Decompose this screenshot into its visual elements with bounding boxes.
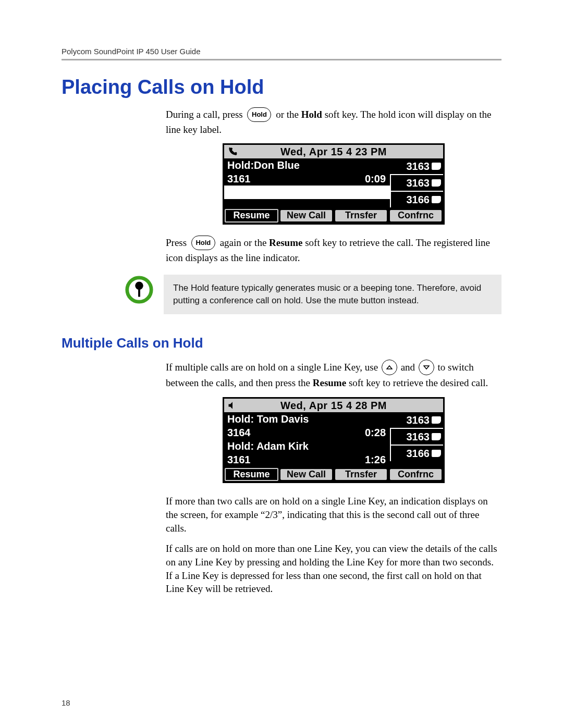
page: Polycom SoundPoint IP 450 User Guide Pla… xyxy=(0,0,563,728)
bold-resume: Resume xyxy=(269,237,302,248)
phone-screen: Wed, Apr 15 4 28 PM Hold: Tom Davis 3164… xyxy=(223,397,445,484)
screen-left: Hold:Don Blue 3161 0:09 xyxy=(224,158,390,207)
bold-hold: Hold xyxy=(301,109,322,120)
handset-icon xyxy=(227,146,238,157)
hold-key-icon: Hold xyxy=(191,236,215,250)
row-left: 3164 xyxy=(227,427,251,438)
page-number: 18 xyxy=(62,698,70,707)
phone-screen: Wed, Apr 15 4 23 PM Hold:Don Blue 3161 0… xyxy=(223,143,445,225)
section-title: Placing Calls on Hold xyxy=(62,76,501,98)
row-left: Hold: Tom Davis xyxy=(227,413,309,425)
softkey-confrnc: Confrnc xyxy=(390,469,442,480)
screen-datetime: Wed, Apr 15 4 28 PM xyxy=(238,400,430,411)
text: Press xyxy=(166,237,189,248)
phone-icon xyxy=(432,179,441,187)
paragraph-multi-2: If more than two calls are on hold on a … xyxy=(166,495,501,535)
softkey-newcall: New Call xyxy=(280,469,332,480)
row-left: 3161 xyxy=(227,173,251,184)
mute-icon xyxy=(227,400,238,411)
softkey-transfer: Trnsfer xyxy=(335,210,387,221)
screen-row: Hold:Don Blue xyxy=(224,158,390,172)
phone-screenshot-1: Wed, Apr 15 4 23 PM Hold:Don Blue 3161 0… xyxy=(166,143,501,225)
screen-row: 3164 0:28 xyxy=(224,426,390,439)
phone-icon xyxy=(432,433,441,440)
softkey-newcall: New Call xyxy=(280,210,332,221)
line-key: 3163 xyxy=(390,428,443,445)
text: During a call, press xyxy=(166,109,245,120)
doc-header: Polycom SoundPoint IP 450 User Guide xyxy=(62,47,501,56)
subsection-body: If multiple calls are on hold on a singl… xyxy=(166,361,501,596)
text: soft key to retrieve the desired call. xyxy=(349,377,488,388)
line-key: 3163 xyxy=(390,174,443,191)
line-key: 3166 xyxy=(390,445,443,461)
down-arrow-key-icon xyxy=(419,360,434,375)
phone-icon xyxy=(432,416,441,424)
screen-row: 3161 0:09 xyxy=(224,172,390,186)
phone-icon xyxy=(432,196,441,203)
line-key: 3163 xyxy=(390,412,443,428)
line-key: 3163 xyxy=(390,158,443,174)
softkey-resume: Resume xyxy=(225,468,278,482)
paragraph-resume: Press Hold again or the Resume soft key … xyxy=(166,236,501,264)
text: or the xyxy=(276,109,301,120)
screen-header: Wed, Apr 15 4 28 PM xyxy=(224,399,443,412)
text: If multiple calls are on hold on a singl… xyxy=(166,362,381,373)
screen-datetime: Wed, Apr 15 4 23 PM xyxy=(238,146,430,157)
line-key: 3166 xyxy=(390,191,443,207)
up-arrow-key-icon xyxy=(382,360,397,375)
softkey-confrnc: Confrnc xyxy=(390,210,442,221)
softkey-transfer: Trnsfer xyxy=(335,469,387,480)
line-keys: 3163 3163 3166 xyxy=(390,158,443,207)
screen-row: Hold: Adam Kirk xyxy=(224,439,390,453)
phone-screenshot-2: Wed, Apr 15 4 28 PM Hold: Tom Davis 3164… xyxy=(166,397,501,484)
text: again or the xyxy=(220,237,269,248)
row-right: 0:28 xyxy=(365,427,386,438)
text: and xyxy=(401,362,418,373)
note-callout: The Hold feature typically generates mus… xyxy=(62,275,501,314)
pushpin-icon xyxy=(124,275,154,305)
screen-header: Wed, Apr 15 4 23 PM xyxy=(224,145,443,158)
hold-key-icon: Hold xyxy=(247,107,271,122)
screen-row: Hold: Tom Davis xyxy=(224,412,390,426)
phone-icon xyxy=(432,163,441,170)
header-rule xyxy=(62,59,501,60)
screen-body: Hold: Tom Davis 3164 0:28 Hold: Adam Kir… xyxy=(224,412,443,466)
row-right: 1:26 xyxy=(365,454,386,465)
screen-row-blank xyxy=(224,186,390,199)
svg-rect-2 xyxy=(138,289,140,297)
softkey-bar: Resume New Call Trnsfer Confrnc xyxy=(224,207,443,223)
screen-body: Hold:Don Blue 3161 0:09 3163 3163 3166 xyxy=(224,158,443,207)
svg-point-1 xyxy=(135,282,143,290)
row-left: 3161 xyxy=(227,454,251,465)
softkey-resume: Resume xyxy=(225,209,278,223)
note-text: The Hold feature typically generates mus… xyxy=(164,275,501,314)
paragraph-intro: During a call, press Hold or the Hold so… xyxy=(166,108,501,136)
screen-left: Hold: Tom Davis 3164 0:28 Hold: Adam Kir… xyxy=(224,412,390,466)
row-right: 0:09 xyxy=(365,173,386,184)
paragraph-multi-3: If calls are on hold on more than one Li… xyxy=(166,542,501,596)
softkey-bar: Resume New Call Trnsfer Confrnc xyxy=(224,466,443,482)
row-left: Hold: Adam Kirk xyxy=(227,440,309,452)
screen-row: 3161 1:26 xyxy=(224,453,390,466)
section-body: During a call, press Hold or the Hold so… xyxy=(166,108,501,264)
paragraph-multi-intro: If multiple calls are on hold on a singl… xyxy=(166,361,501,390)
line-keys: 3163 3163 3166 xyxy=(390,412,443,466)
bold-resume: Resume xyxy=(313,377,346,388)
phone-icon xyxy=(432,450,441,457)
subsection-title: Multiple Calls on Hold xyxy=(62,335,501,351)
row-left: Hold:Don Blue xyxy=(227,159,300,171)
